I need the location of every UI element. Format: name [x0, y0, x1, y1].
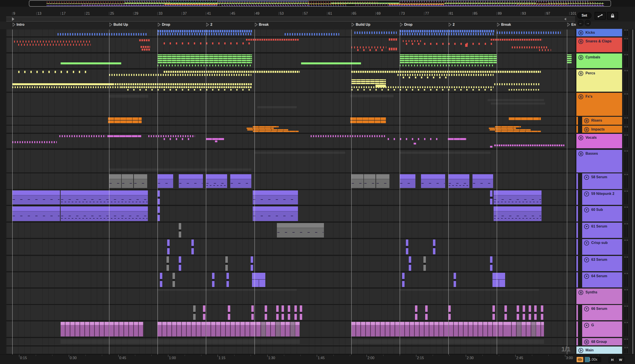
clip-58-serum[interactable]: [448, 174, 469, 188]
clip-64-serum[interactable]: [160, 273, 162, 287]
clip-vocals[interactable]: [490, 146, 492, 148]
clip-snares-claps[interactable]: [18, 44, 91, 46]
draw-mode-button[interactable]: [594, 12, 606, 20]
locator-marker[interactable]: Drop: [400, 23, 412, 27]
clip-66-serum[interactable]: [492, 306, 495, 320]
track-header-main[interactable]: Main: [576, 346, 622, 354]
clip-percs[interactable]: [109, 74, 251, 76]
track-header-61-serum[interactable]: 61 Serum: [582, 222, 622, 238]
clip-vocals[interactable]: [164, 138, 194, 140]
clip-58-serum[interactable]: [351, 174, 363, 188]
clip-64-serum[interactable]: [252, 273, 265, 287]
clip-fxs[interactable]: [491, 102, 545, 104]
track-header-g[interactable]: G: [582, 322, 622, 337]
clip-synths[interactable]: [157, 289, 297, 291]
clip-66-serum[interactable]: [251, 306, 254, 320]
clip-g[interactable]: [61, 322, 144, 336]
fold-arrow-icon[interactable]: [584, 240, 589, 246]
arrangement-row-g[interactable]: [6, 322, 575, 337]
clip-cymbals[interactable]: [567, 54, 572, 63]
clip-58-serum[interactable]: [376, 174, 389, 188]
clip-64-serum[interactable]: [212, 273, 215, 287]
clip-kicks[interactable]: [285, 33, 339, 36]
track-header-cymbals[interactable]: Cymbals: [576, 54, 622, 68]
arrangement-row-66-serum[interactable]: [6, 305, 575, 320]
clip-61-serum[interactable]: [277, 223, 324, 238]
clip-61-serum[interactable]: [179, 223, 181, 238]
arrangement-row-risers[interactable]: [6, 117, 575, 125]
clip-63-serum[interactable]: [225, 256, 228, 271]
clip-kicks[interactable]: [400, 30, 494, 32]
clip-percs[interactable]: [12, 86, 121, 88]
track-menu-icon[interactable]: [578, 55, 583, 60]
clip-kicks[interactable]: [400, 33, 494, 35]
clip-vocals[interactable]: [311, 135, 385, 137]
track-header-64-serum[interactable]: 64 Serum: [582, 272, 622, 288]
clip-cymbals[interactable]: [157, 54, 252, 63]
audio-engine-button[interactable]: [577, 357, 583, 362]
clip-66-serum[interactable]: [529, 306, 531, 320]
track-header-63-serum[interactable]: 63 Serum: [582, 256, 622, 271]
next-locator-button[interactable]: →: [584, 20, 591, 26]
set-locator-button[interactable]: Set: [577, 12, 591, 19]
track-menu-icon[interactable]: [578, 94, 583, 100]
arrangement-row-58-serum[interactable]: [6, 173, 575, 189]
clip-58-serum[interactable]: [122, 174, 133, 188]
clip-66-serum[interactable]: [276, 306, 279, 320]
clip-snares-claps[interactable]: [465, 44, 468, 47]
clip-58-serum[interactable]: [179, 174, 203, 188]
clip-fxs[interactable]: [257, 106, 297, 108]
clip-percs[interactable]: [494, 83, 540, 85]
arrangement-row-crisp-sub[interactable]: [6, 239, 575, 255]
arrangement-row-60-sub[interactable]: [6, 206, 575, 222]
clip-basses[interactable]: [109, 168, 251, 171]
clip-kicks[interactable]: [497, 32, 561, 34]
clip-percs[interactable]: [113, 83, 252, 85]
clip-vocals[interactable]: [107, 135, 141, 137]
track-header-58-serum[interactable]: 58 Serum: [582, 173, 622, 189]
clip-68-group[interactable]: [351, 339, 544, 344]
clip-g[interactable]: [351, 322, 493, 336]
clip-basses[interactable]: [254, 152, 345, 154]
locator-marker[interactable]: Break: [255, 23, 269, 27]
clip-snares-claps[interactable]: [164, 42, 252, 44]
clip-58-serum[interactable]: [134, 174, 147, 188]
arrangement-row-68-group[interactable]: [6, 338, 575, 345]
clip-snares-claps[interactable]: [14, 40, 91, 42]
clip-impacts[interactable]: [489, 128, 516, 129]
arrangement-row-synths[interactable]: [6, 288, 575, 304]
clip-60-sub[interactable]: [253, 206, 298, 221]
track-menu-icon[interactable]: [578, 30, 583, 36]
track-header-percs[interactable]: Percs: [576, 70, 622, 92]
clip-impacts[interactable]: [246, 128, 274, 129]
arrangement-row-61-serum[interactable]: [6, 222, 575, 238]
clip-impacts[interactable]: [247, 129, 288, 130]
clip-g[interactable]: [251, 322, 300, 336]
clip-snares-claps[interactable]: [357, 49, 386, 51]
clip-66-serum[interactable]: [415, 306, 417, 320]
arrangement-row-63-serum[interactable]: [6, 256, 575, 271]
clip-basses[interactable]: [400, 152, 490, 154]
arrangement-row-main[interactable]: [6, 346, 575, 354]
clip-percs[interactable]: [403, 76, 448, 78]
arrangement-row-59-nitepunk-2[interactable]: [6, 190, 575, 205]
clip-64-serum[interactable]: [492, 273, 505, 287]
fold-arrow-icon[interactable]: [584, 191, 589, 197]
play-icon[interactable]: [578, 348, 583, 353]
clip-66-serum[interactable]: [282, 306, 284, 320]
track-menu-icon[interactable]: [584, 127, 589, 132]
track-menu-icon[interactable]: [578, 71, 583, 76]
track-header-synths[interactable]: Synths: [576, 288, 622, 304]
arrangement-row-vocals[interactable]: [6, 134, 575, 148]
locator-marker[interactable]: En: [567, 23, 576, 27]
locator-marker[interactable]: Build Up: [352, 23, 370, 27]
clip-percs[interactable]: [351, 71, 541, 73]
time-ruler[interactable]: 0:150:300:451:001:151:301:452:002:152:30…: [0, 354, 635, 364]
clip-percs[interactable]: [121, 86, 252, 88]
optimize-height-button[interactable]: H: [609, 357, 616, 363]
clip-fxs[interactable]: [109, 94, 148, 98]
clip-percs[interactable]: [509, 89, 539, 90]
arrangement-row-percs[interactable]: [6, 70, 575, 92]
track-header-fxs[interactable]: Fx's: [576, 93, 622, 116]
clip-kicks[interactable]: [58, 33, 147, 36]
